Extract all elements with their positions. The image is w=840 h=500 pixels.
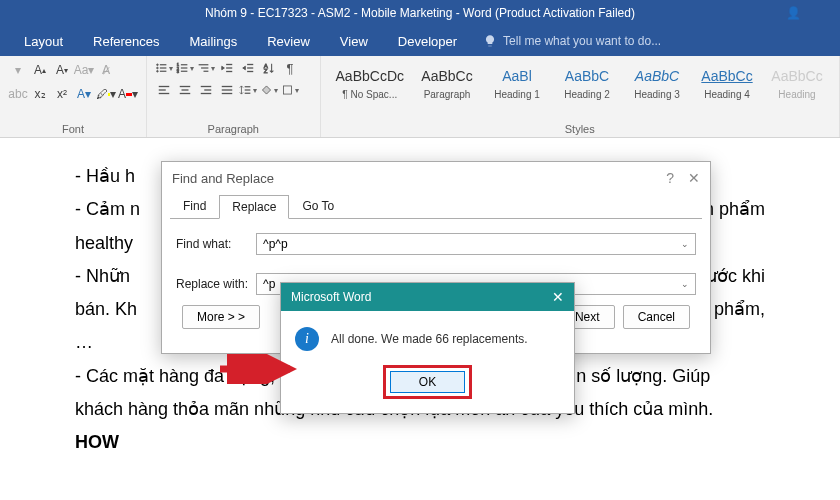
style-item-2[interactable]: AaBlHeading 1: [483, 60, 551, 105]
svg-point-4: [157, 70, 159, 72]
style-name: Paragraph: [420, 89, 474, 100]
tell-me-search[interactable]: Tell me what you want to do...: [483, 34, 661, 48]
style-name: Heading 4: [700, 89, 754, 100]
font-group: ▾ A▴ A▾ Aa▾ A̷ abc x₂ x² A▾ 🖊▾ A▾ Font: [0, 56, 147, 137]
tab-view[interactable]: View: [326, 28, 382, 55]
message-title: Microsoft Word: [291, 290, 371, 304]
superscript-icon[interactable]: x²: [52, 84, 72, 104]
style-name: Heading: [770, 89, 824, 100]
close-icon[interactable]: ✕: [688, 170, 700, 186]
styles-group: AaBbCcDc¶ No Spac...AaBbCcParagraphAaBlH…: [321, 56, 840, 137]
style-preview: AaBbCc: [420, 65, 474, 87]
ok-highlight: OK: [383, 365, 472, 399]
multilevel-icon[interactable]: ▾: [197, 60, 215, 76]
ribbon-tabs: Layout References Mailings Review View D…: [0, 26, 840, 56]
find-what-label: Find what:: [176, 237, 256, 251]
style-name: Heading 3: [630, 89, 684, 100]
style-name: ¶ No Spac...: [336, 89, 404, 100]
bullets-icon[interactable]: ▾: [155, 60, 173, 76]
style-item-3[interactable]: AaBbCHeading 2: [553, 60, 621, 105]
increase-indent-icon[interactable]: [239, 60, 257, 76]
tab-developer[interactable]: Developer: [384, 28, 471, 55]
numbering-icon[interactable]: 123▾: [176, 60, 194, 76]
align-right-icon[interactable]: [197, 82, 215, 98]
font-group-label: Font: [8, 121, 138, 135]
tab-references[interactable]: References: [79, 28, 173, 55]
style-preview: AaBbCcDc: [336, 65, 404, 87]
style-item-5[interactable]: AaBbCcHeading 4: [693, 60, 761, 105]
increase-font-icon[interactable]: A▴: [30, 60, 50, 80]
ok-button[interactable]: OK: [390, 371, 465, 393]
align-left-icon[interactable]: [155, 82, 173, 98]
decrease-font-icon[interactable]: A▾: [52, 60, 72, 80]
paragraph-group-label: Paragraph: [155, 121, 312, 135]
message-dialog: Microsoft Word ✕ i All done. We made 66 …: [280, 282, 575, 414]
highlight-icon[interactable]: 🖊▾: [96, 84, 116, 104]
subscript-icon[interactable]: x₂: [30, 84, 50, 104]
style-preview: AaBbC: [560, 65, 614, 87]
svg-point-0: [157, 64, 159, 66]
sort-icon[interactable]: AZ: [260, 60, 278, 76]
text-effects-icon[interactable]: A▾: [74, 84, 94, 104]
tab-replace[interactable]: Replace: [219, 195, 289, 219]
style-preview: AaBl: [490, 65, 544, 87]
tab-find[interactable]: Find: [170, 194, 219, 218]
info-icon: i: [295, 327, 319, 351]
font-color-icon[interactable]: A▾: [118, 84, 138, 104]
svg-rect-38: [283, 86, 291, 94]
message-text: All done. We made 66 replacements.: [331, 332, 528, 346]
lightbulb-icon: [483, 34, 497, 48]
style-item-1[interactable]: AaBbCcParagraph: [413, 60, 481, 105]
message-close-icon[interactable]: ✕: [552, 289, 564, 305]
more-button[interactable]: More > >: [182, 305, 260, 329]
find-what-input[interactable]: ^p^p⌄: [256, 233, 696, 255]
decrease-indent-icon[interactable]: [218, 60, 236, 76]
help-icon[interactable]: ?: [666, 170, 674, 186]
svg-text:Z: Z: [264, 67, 268, 74]
style-preview: AaBbCc: [770, 65, 824, 87]
shading-icon[interactable]: ▾: [260, 82, 278, 98]
find-replace-title: Find and Replace: [172, 171, 274, 186]
align-justify-icon[interactable]: [218, 82, 236, 98]
style-item-4[interactable]: AaBbCHeading 3: [623, 60, 691, 105]
replace-with-label: Replace with:: [176, 277, 256, 291]
style-name: Heading 2: [560, 89, 614, 100]
tab-review[interactable]: Review: [253, 28, 324, 55]
window-title: Nhóm 9 - EC17323 - ASM2 - Mobile Marketi…: [205, 6, 635, 20]
tab-mailings[interactable]: Mailings: [176, 28, 252, 55]
font-size-dropdown[interactable]: ▾: [8, 60, 28, 80]
align-center-icon[interactable]: [176, 82, 194, 98]
titlebar-icons: 👤: [786, 6, 800, 20]
change-case-icon[interactable]: Aa▾: [74, 60, 94, 80]
style-preview: AaBbCc: [700, 65, 754, 87]
tab-goto[interactable]: Go To: [289, 194, 347, 218]
paragraph-group: ▾ 123▾ ▾ AZ ¶ ▾ ▾ ▾ P: [147, 56, 321, 137]
styles-group-label: Styles: [329, 121, 831, 135]
style-item-6[interactable]: AaBbCcHeading: [763, 60, 831, 105]
style-item-0[interactable]: AaBbCcDc¶ No Spac...: [329, 60, 411, 105]
style-name: Heading 1: [490, 89, 544, 100]
account-icon[interactable]: 👤: [786, 6, 800, 20]
tab-layout[interactable]: Layout: [10, 28, 77, 55]
svg-text:3: 3: [177, 69, 180, 74]
cancel-button[interactable]: Cancel: [623, 305, 690, 329]
clear-format-icon[interactable]: A̷: [96, 60, 116, 80]
show-marks-icon[interactable]: ¶: [281, 60, 299, 76]
borders-icon[interactable]: ▾: [281, 82, 299, 98]
strikethrough-icon[interactable]: abc: [8, 84, 28, 104]
svg-point-2: [157, 67, 159, 69]
ribbon-content: ▾ A▴ A▾ Aa▾ A̷ abc x₂ x² A▾ 🖊▾ A▾ Font ▾: [0, 56, 840, 138]
line-spacing-icon[interactable]: ▾: [239, 82, 257, 98]
style-preview: AaBbC: [630, 65, 684, 87]
title-bar: Nhóm 9 - EC17323 - ASM2 - Mobile Marketi…: [0, 0, 840, 26]
